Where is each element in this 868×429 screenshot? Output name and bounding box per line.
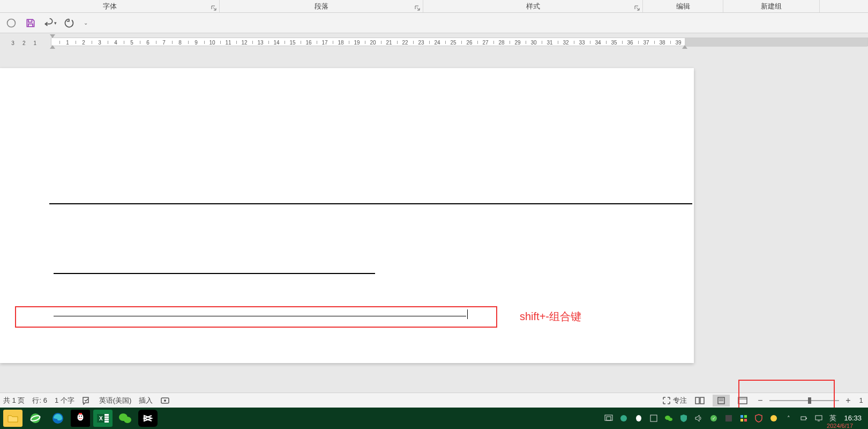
- ribbon-group-edit: 编辑: [643, 0, 723, 12]
- document-area[interactable]: shift+-组合键: [0, 49, 868, 393]
- ruler-tick: 25: [453, 38, 459, 47]
- ribbon-group-newgroup: 新建组: [723, 0, 820, 12]
- ruler-tick: 28: [502, 38, 507, 47]
- svg-point-26: [620, 415, 627, 421]
- file-explorer-icon[interactable]: [3, 410, 23, 427]
- qat-customize-button[interactable]: ⌄: [80, 15, 91, 31]
- redo-button[interactable]: [61, 15, 77, 31]
- status-insert-mode[interactable]: 插入: [139, 396, 153, 405]
- svg-point-0: [8, 19, 16, 27]
- annotation-highlight-box: [15, 306, 497, 328]
- capcut-icon[interactable]: [138, 410, 158, 427]
- svg-text:✓: ✓: [712, 416, 716, 421]
- style-dialog-launcher-icon[interactable]: [634, 5, 640, 11]
- edge-icon[interactable]: [48, 410, 68, 427]
- ruler-tick: 7: [164, 38, 167, 47]
- ruler-tick: 38: [662, 38, 668, 47]
- ruler-tick: 21: [389, 38, 395, 47]
- ruler-neg-tick: 3: [11, 38, 14, 48]
- ruler-tick: 29: [518, 38, 523, 47]
- read-mode-icon: [694, 396, 705, 405]
- ie-icon[interactable]: [26, 410, 45, 427]
- status-language[interactable]: 英语(美国): [99, 396, 132, 405]
- font-dialog-launcher-icon[interactable]: [211, 5, 217, 11]
- tray-icon-1[interactable]: [617, 412, 630, 425]
- ribbon-group-label: 段落: [315, 2, 328, 11]
- spellcheck-icon[interactable]: [82, 396, 92, 405]
- annotation-label: shift+-组合键: [520, 309, 581, 324]
- right-indent-marker[interactable]: [682, 45, 687, 49]
- ruler-tick: 24: [437, 38, 443, 47]
- tray-power-icon[interactable]: [797, 412, 810, 425]
- tray-icon-3[interactable]: ✓: [707, 412, 720, 425]
- ruler-tick: 2: [84, 38, 87, 47]
- ruler-tick: 3: [100, 38, 103, 47]
- status-page-count[interactable]: 共 1 页: [3, 396, 25, 405]
- svg-rect-39: [801, 417, 806, 420]
- focus-mode-button[interactable]: 专注: [662, 396, 687, 405]
- svg-point-14: [81, 416, 82, 417]
- print-layout-button[interactable]: [713, 395, 730, 406]
- svg-point-23: [124, 417, 131, 423]
- svg-text:X: X: [99, 416, 103, 421]
- qq-icon[interactable]: [71, 410, 90, 427]
- ruler-tick: 18: [341, 38, 347, 47]
- read-mode-button[interactable]: [691, 395, 708, 406]
- tray-icon-4[interactable]: [767, 412, 780, 425]
- horizontal-rule-line: [54, 273, 375, 274]
- document-page[interactable]: shift+-组合键: [0, 68, 694, 363]
- status-word-count[interactable]: 1 个字: [55, 396, 74, 405]
- svg-point-30: [668, 418, 672, 421]
- paragraph-dialog-launcher-icon[interactable]: [414, 5, 421, 11]
- ribbon-group-label: 样式: [526, 2, 540, 11]
- ribbon-group-paragraph: 段落: [220, 0, 423, 12]
- tray-desktop-icon[interactable]: [602, 412, 615, 425]
- ruler-tick: 6: [148, 38, 151, 47]
- tray-icon-2[interactable]: [647, 412, 660, 425]
- tray-wechat-icon[interactable]: [662, 412, 675, 425]
- tray-nvidia-icon[interactable]: [722, 412, 735, 425]
- ribbon-group-label: 字体: [103, 2, 117, 11]
- undo-button[interactable]: ▾: [42, 15, 58, 31]
- tray-network-icon[interactable]: [812, 412, 825, 425]
- status-bar: 共 1 页 行: 6 1 个字 英语(美国) 插入 专注 − + 1: [0, 393, 868, 408]
- svg-point-2: [164, 400, 166, 402]
- horizontal-ruler[interactable]: 3 2 1 1234567891011121314151617181920212…: [0, 33, 868, 49]
- focus-icon: [662, 396, 671, 405]
- ribbon-group-font: 字体: [0, 0, 220, 12]
- ruler-tick: 33: [582, 38, 588, 47]
- left-indent-marker[interactable]: [50, 45, 55, 49]
- ruler-tick: 10: [212, 38, 218, 47]
- windows-taskbar: X ✓ ˄ 英 16:33 2024/6/17: [0, 408, 868, 429]
- save-button[interactable]: [23, 15, 39, 31]
- zoom-percent-label[interactable]: 1: [857, 396, 865, 404]
- ruler-tick: 23: [421, 38, 427, 47]
- tray-volume-icon[interactable]: [692, 412, 705, 425]
- tray-defender-icon[interactable]: [752, 412, 765, 425]
- tray-chevron-up-icon[interactable]: ˄: [782, 412, 795, 425]
- excel-icon[interactable]: X: [93, 410, 113, 427]
- ruler-tick: 17: [325, 38, 331, 47]
- print-layout-icon: [716, 396, 727, 405]
- tray-windows-security-icon[interactable]: [737, 412, 750, 425]
- svg-rect-28: [650, 415, 657, 421]
- ruler-tick: 22: [405, 38, 411, 47]
- svg-rect-35: [744, 415, 747, 418]
- tray-qq-icon[interactable]: [632, 412, 645, 425]
- taskbar-clock[interactable]: 16:33: [841, 415, 865, 422]
- ribbon-group-label: 编辑: [676, 2, 690, 11]
- ruler-tick: 5: [132, 38, 135, 47]
- save-icon: [25, 18, 36, 28]
- taskbar-date: 2024/6/17: [827, 423, 853, 429]
- macro-record-icon[interactable]: [160, 396, 170, 405]
- first-line-indent-marker[interactable]: [50, 34, 55, 38]
- status-line-number[interactable]: 行: 6: [32, 396, 47, 405]
- wechat-icon[interactable]: [116, 410, 135, 427]
- ruler-tick: 26: [469, 38, 475, 47]
- qat-unknown-button[interactable]: [3, 15, 19, 31]
- ruler-tick: 11: [228, 38, 234, 47]
- zoom-in-button[interactable]: +: [843, 396, 853, 405]
- horizontal-rule-line: [49, 203, 692, 204]
- ruler-tick: 4: [116, 38, 119, 47]
- tray-security-icon[interactable]: [677, 412, 690, 425]
